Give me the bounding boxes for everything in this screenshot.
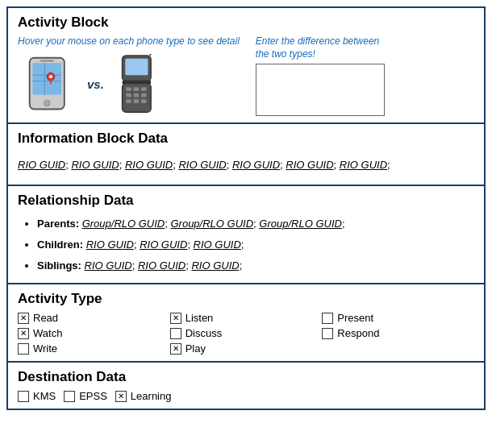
difference-label: Enter the difference between the two typ… [256, 35, 385, 60]
activity-type-item[interactable]: Respond [322, 327, 474, 339]
destination-item[interactable]: KMS [18, 390, 56, 402]
guid-sep: ; [132, 259, 138, 272]
checkbox-box[interactable] [18, 313, 29, 324]
child-guid[interactable]: RIO GUID [86, 239, 134, 251]
info-guid-link[interactable]: RIO GUID [232, 159, 280, 171]
parent-guid[interactable]: Group/RLO GUID [82, 218, 165, 230]
destination-checkbox[interactable] [115, 391, 127, 402]
checkbox-label: Discuss [186, 327, 223, 339]
smartphone-svg [22, 54, 78, 114]
info-guid-link[interactable]: RIO GUID [286, 159, 333, 171]
info-block-title: Information Block Data [18, 131, 474, 147]
guid-separator: ; [334, 159, 340, 171]
flipphone-image [109, 52, 173, 116]
checkbox-box[interactable] [170, 313, 181, 324]
child-guid[interactable]: RIO GUID [140, 239, 187, 251]
child-guid[interactable]: RIO GUID [194, 239, 241, 251]
checkbox-box[interactable] [170, 328, 181, 339]
sibling-guid[interactable]: RIO GUID [138, 259, 186, 272]
phones-row: vs. [18, 52, 240, 116]
destination-checkbox[interactable] [18, 391, 29, 402]
svg-point-8 [44, 100, 51, 106]
guid-separator: ; [227, 159, 232, 171]
svg-rect-19 [141, 93, 147, 97]
parents-label: Parents: [37, 218, 82, 230]
info-guid-link[interactable]: RIO GUID [125, 159, 173, 171]
destination-item[interactable]: Learning [115, 390, 172, 402]
svg-rect-20 [127, 99, 132, 103]
difference-area: Enter the difference between the two typ… [256, 35, 385, 116]
sibling-guid[interactable]: RIO GUID [85, 259, 132, 272]
info-block-section: Information Block Data RIO GUID; RIO GUI… [8, 124, 484, 186]
phone-area: Hover your mouse on each phone type to s… [18, 35, 240, 116]
checkbox-box[interactable] [322, 328, 333, 339]
info-guid-link[interactable]: RIO GUID [178, 159, 226, 171]
destination-title: Destination Data [18, 369, 474, 385]
activity-type-title: Activity Type [18, 291, 474, 307]
smartphone-image [18, 52, 82, 116]
guid-sep: ; [187, 239, 193, 251]
flipphone-svg [115, 54, 167, 114]
svg-rect-1 [32, 63, 61, 94]
activity-block-content: Hover your mouse on each phone type to s… [18, 35, 474, 116]
info-guid-link[interactable]: RIO GUID [18, 159, 65, 171]
activity-type-item[interactable]: Watch [18, 327, 170, 339]
activity-type-item[interactable]: Present [322, 312, 474, 324]
guid-sep: ; [240, 259, 243, 272]
checkbox-label: Play [186, 342, 206, 355]
svg-rect-17 [127, 93, 132, 97]
outer-container: Activity Block Hover your mouse on each … [6, 6, 486, 410]
destination-row: KMSEPSSLearning [18, 390, 474, 402]
checkbox-box[interactable] [18, 343, 29, 355]
activity-block-section: Activity Block Hover your mouse on each … [8, 8, 484, 124]
svg-rect-21 [134, 99, 140, 103]
svg-rect-15 [134, 87, 140, 91]
children-label: Children: [37, 239, 86, 251]
relationship-parents: Parents: Group/RLO GUID; Group/RLO GUID;… [37, 214, 474, 234]
svg-rect-9 [40, 60, 54, 61]
checkbox-label: Watch [33, 327, 62, 339]
info-guid-link[interactable]: RIO GUID [71, 159, 119, 171]
vs-label: vs. [87, 77, 104, 91]
svg-rect-11 [126, 58, 148, 75]
info-guids: RIO GUID; RIO GUID; RIO GUID; RIO GUID; … [18, 151, 474, 178]
activity-type-item[interactable]: Play [170, 342, 323, 355]
guid-separator: ; [119, 159, 125, 171]
destination-item[interactable]: EPSS [64, 390, 107, 402]
relationship-title: Relationship Data [18, 193, 474, 209]
svg-line-23 [150, 54, 155, 56]
activity-type-grid: ReadListenPresentWatchDiscussRespondWrit… [18, 312, 474, 355]
info-guid-link[interactable]: RIO GUID [340, 159, 387, 171]
siblings-label: Siblings: [37, 259, 85, 272]
destination-label: KMS [33, 390, 56, 402]
destination-section: Destination Data KMSEPSSLearning [8, 363, 484, 409]
checkbox-box[interactable] [322, 313, 333, 324]
checkbox-label: Respond [337, 327, 379, 339]
checkbox-label: Write [33, 342, 57, 355]
activity-type-item[interactable]: Write [18, 342, 170, 355]
activity-type-item[interactable]: Discuss [170, 327, 323, 339]
difference-input[interactable] [256, 64, 385, 116]
parent-guid[interactable]: Group/RLO GUID [170, 218, 253, 230]
hover-instruction: Hover your mouse on each phone type to s… [18, 35, 240, 47]
checkbox-box[interactable] [18, 328, 29, 339]
relationship-children: Children: RIO GUID; RIO GUID; RIO GUID; [37, 234, 474, 255]
sibling-guid[interactable]: RIO GUID [191, 259, 239, 272]
relationship-list: Parents: Group/RLO GUID; Group/RLO GUID;… [18, 214, 474, 276]
activity-type-item[interactable]: Listen [170, 312, 323, 324]
activity-block-title: Activity Block [18, 15, 474, 31]
parent-guid[interactable]: Group/RLO GUID [259, 218, 342, 230]
guid-sep: ; [342, 218, 345, 230]
svg-rect-22 [141, 99, 147, 103]
guid-sep: ; [241, 239, 244, 251]
svg-rect-16 [141, 87, 147, 91]
checkbox-box[interactable] [170, 343, 181, 355]
svg-point-6 [49, 75, 52, 78]
destination-label: Learning [131, 390, 172, 402]
guid-separator: ; [387, 159, 390, 171]
destination-checkbox[interactable] [64, 391, 75, 402]
destination-label: EPSS [79, 390, 107, 402]
activity-type-item[interactable]: Read [18, 312, 170, 324]
checkbox-label: Listen [186, 312, 214, 324]
relationship-section: Relationship Data Parents: Group/RLO GUI… [8, 186, 484, 284]
